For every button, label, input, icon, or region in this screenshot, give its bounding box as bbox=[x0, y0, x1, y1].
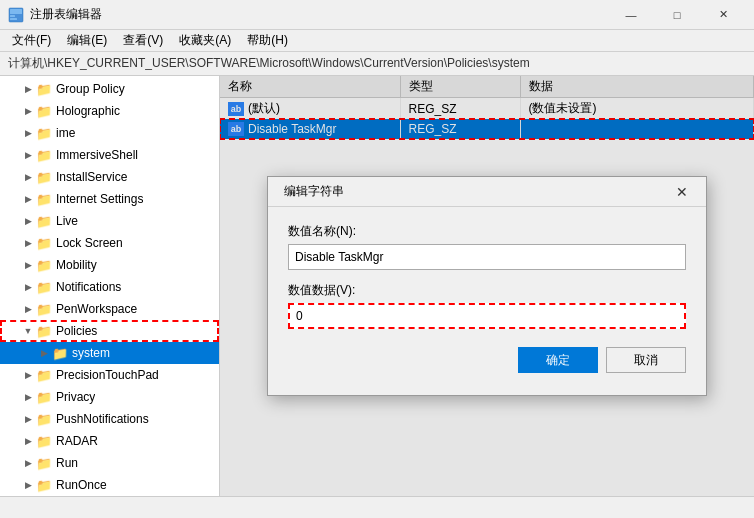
tree-item-system[interactable]: ▶📁system bbox=[0, 342, 219, 364]
folder-icon: 📁 bbox=[36, 280, 52, 295]
close-button[interactable]: ✕ bbox=[700, 0, 746, 30]
dialog-buttons: 确定 取消 bbox=[288, 347, 686, 373]
tree-item-holographic[interactable]: ▶📁Holographic bbox=[0, 100, 219, 122]
expand-icon: ▶ bbox=[20, 172, 36, 182]
menu-item-编辑(E)[interactable]: 编辑(E) bbox=[59, 30, 115, 52]
tree-item-label: PushNotifications bbox=[56, 412, 149, 426]
folder-icon: 📁 bbox=[36, 478, 52, 493]
right-panel: 名称 类型 数据 ab(默认)REG_SZ(数值未设置)abDisable Ta… bbox=[220, 76, 754, 496]
status-bar bbox=[0, 496, 754, 518]
app-icon bbox=[8, 7, 24, 23]
tree-item-label: Privacy bbox=[56, 390, 95, 404]
expand-icon: ▶ bbox=[20, 194, 36, 204]
tree-item-policies[interactable]: ▼📁Policies bbox=[0, 320, 219, 342]
tree-item-immersiveshell[interactable]: ▶📁ImmersiveShell bbox=[0, 144, 219, 166]
tree-item-mobility[interactable]: ▶📁Mobility bbox=[0, 254, 219, 276]
expand-icon: ▶ bbox=[20, 480, 36, 490]
expand-icon: ▶ bbox=[20, 282, 36, 292]
tree-item-label: Group Policy bbox=[56, 82, 125, 96]
folder-icon: 📁 bbox=[36, 258, 52, 273]
tree-item-label: system bbox=[72, 346, 110, 360]
expand-icon: ▶ bbox=[20, 150, 36, 160]
name-field-label: 数值名称(N): bbox=[288, 223, 686, 240]
expand-icon: ▶ bbox=[20, 238, 36, 248]
address-bar: 计算机\HKEY_CURRENT_USER\SOFTWARE\Microsoft… bbox=[0, 52, 754, 76]
tree-item-penworkspace[interactable]: ▶📁PenWorkspace bbox=[0, 298, 219, 320]
tree-item-radar[interactable]: ▶📁RADAR bbox=[0, 430, 219, 452]
tree-item-label: Policies bbox=[56, 324, 97, 338]
tree-item-label: Holographic bbox=[56, 104, 120, 118]
tree-item-precisiontouchpad[interactable]: ▶📁PrecisionTouchPad bbox=[0, 364, 219, 386]
tree-item-runonce[interactable]: ▶📁RunOnce bbox=[0, 474, 219, 496]
svg-rect-1 bbox=[10, 9, 22, 14]
dialog-title: 编辑字符串 bbox=[284, 183, 344, 200]
window-controls: — □ ✕ bbox=[608, 0, 746, 30]
ok-button[interactable]: 确定 bbox=[518, 347, 598, 373]
folder-icon: 📁 bbox=[36, 368, 52, 383]
expand-icon: ▶ bbox=[20, 304, 36, 314]
title-bar: 注册表编辑器 — □ ✕ bbox=[0, 0, 754, 30]
folder-icon: 📁 bbox=[36, 390, 52, 405]
title-bar-left: 注册表编辑器 bbox=[8, 6, 102, 23]
tree-item-label: Lock Screen bbox=[56, 236, 123, 250]
dialog-body: 数值名称(N): 数值数据(V): 确定 取消 bbox=[268, 207, 706, 385]
tree-item-label: Live bbox=[56, 214, 78, 228]
folder-icon: 📁 bbox=[52, 346, 68, 361]
main-area: ▶📁Group Policy▶📁Holographic▶📁ime▶📁Immers… bbox=[0, 76, 754, 496]
tree-item-pushnotifications[interactable]: ▶📁PushNotifications bbox=[0, 408, 219, 430]
expand-icon: ▶ bbox=[20, 260, 36, 270]
expand-icon: ▶ bbox=[20, 414, 36, 424]
tree-item-label: RADAR bbox=[56, 434, 98, 448]
tree-panel[interactable]: ▶📁Group Policy▶📁Holographic▶📁ime▶📁Immers… bbox=[0, 76, 220, 496]
tree-item-live[interactable]: ▶📁Live bbox=[0, 210, 219, 232]
expand-icon: ▶ bbox=[20, 84, 36, 94]
dialog-close-button[interactable]: ✕ bbox=[670, 180, 694, 204]
menu-item-文件(F)[interactable]: 文件(F) bbox=[4, 30, 59, 52]
svg-rect-2 bbox=[10, 15, 15, 17]
tree-item-label: Notifications bbox=[56, 280, 121, 294]
expand-icon: ▶ bbox=[20, 106, 36, 116]
tree-item-lock-screen[interactable]: ▶📁Lock Screen bbox=[0, 232, 219, 254]
svg-rect-3 bbox=[10, 18, 17, 20]
tree-item-label: InstallService bbox=[56, 170, 127, 184]
tree-item-run[interactable]: ▶📁Run bbox=[0, 452, 219, 474]
folder-icon: 📁 bbox=[36, 192, 52, 207]
tree-item-label: PrecisionTouchPad bbox=[56, 368, 159, 382]
folder-icon: 📁 bbox=[36, 170, 52, 185]
expand-icon: ▶ bbox=[20, 392, 36, 402]
folder-icon: 📁 bbox=[36, 456, 52, 471]
name-input[interactable] bbox=[288, 244, 686, 270]
tree-item-ime[interactable]: ▶📁ime bbox=[0, 122, 219, 144]
tree-item-label: Run bbox=[56, 456, 78, 470]
tree-item-group-policy[interactable]: ▶📁Group Policy bbox=[0, 78, 219, 100]
menu-item-收藏夹(A)[interactable]: 收藏夹(A) bbox=[171, 30, 239, 52]
folder-icon: 📁 bbox=[36, 104, 52, 119]
tree-item-internet-settings[interactable]: ▶📁Internet Settings bbox=[0, 188, 219, 210]
folder-icon: 📁 bbox=[36, 236, 52, 251]
folder-icon: 📁 bbox=[36, 82, 52, 97]
value-field-label: 数值数据(V): bbox=[288, 282, 686, 299]
menu-bar: 文件(F)编辑(E)查看(V)收藏夹(A)帮助(H) bbox=[0, 30, 754, 52]
tree-item-label: Mobility bbox=[56, 258, 97, 272]
tree-item-label: PenWorkspace bbox=[56, 302, 137, 316]
menu-item-帮助(H)[interactable]: 帮助(H) bbox=[239, 30, 296, 52]
dialog-overlay: 编辑字符串 ✕ 数值名称(N): 数值数据(V): 确定 取消 bbox=[220, 76, 754, 496]
expand-icon: ▶ bbox=[20, 458, 36, 468]
expand-icon: ▶ bbox=[20, 436, 36, 446]
tree-item-installservice[interactable]: ▶📁InstallService bbox=[0, 166, 219, 188]
value-input[interactable] bbox=[288, 303, 686, 329]
folder-icon: 📁 bbox=[36, 126, 52, 141]
dialog-title-bar: 编辑字符串 ✕ bbox=[268, 177, 706, 207]
tree-item-label: ImmersiveShell bbox=[56, 148, 138, 162]
cancel-button[interactable]: 取消 bbox=[606, 347, 686, 373]
tree-item-privacy[interactable]: ▶📁Privacy bbox=[0, 386, 219, 408]
folder-icon: 📁 bbox=[36, 148, 52, 163]
menu-item-查看(V)[interactable]: 查看(V) bbox=[115, 30, 171, 52]
tree-item-label: RunOnce bbox=[56, 478, 107, 492]
tree-item-notifications[interactable]: ▶📁Notifications bbox=[0, 276, 219, 298]
tree-item-label: ime bbox=[56, 126, 75, 140]
minimize-button[interactable]: — bbox=[608, 0, 654, 30]
folder-icon: 📁 bbox=[36, 324, 52, 339]
expand-icon: ▼ bbox=[20, 326, 36, 336]
maximize-button[interactable]: □ bbox=[654, 0, 700, 30]
